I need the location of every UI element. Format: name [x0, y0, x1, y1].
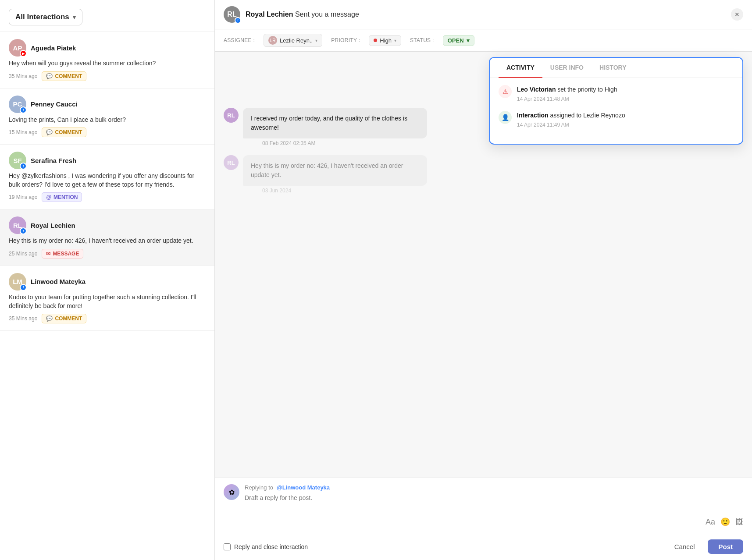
- activity-item: 👤 Interaction assigned to Lezlie Reynozo…: [499, 111, 734, 128]
- username: Royal Lechien: [31, 222, 75, 229]
- meta-bar: ASSIGNEE : LR Lezlie Reyn.. ▾ PRIORITY :…: [215, 29, 752, 52]
- interactions-list: AP ▶ Agueda Piatek Hey when will you guy…: [0, 32, 214, 560]
- tag-badge: 💬 COMMENT: [42, 128, 86, 137]
- interaction-message: Kudos to your team for putting together …: [9, 293, 206, 310]
- chevron-down-icon: ▾: [467, 37, 470, 44]
- username: Agueda Piatek: [31, 44, 76, 52]
- list-item[interactable]: AP ▶ Agueda Piatek Hey when will you guy…: [0, 32, 214, 89]
- list-item[interactable]: LM f Linwood Mateyka Kudos to your team …: [0, 266, 214, 331]
- message-text: I received my order today, and the quali…: [243, 108, 427, 138]
- reply-mention: @Linwood Mateyka: [277, 484, 330, 491]
- cancel-button[interactable]: Cancel: [666, 539, 704, 554]
- interaction-meta: 15 Mins ago 💬 COMMENT: [9, 128, 206, 137]
- reply-brand-icon: ✿: [224, 484, 239, 500]
- tab-history[interactable]: HISTORY: [592, 58, 634, 78]
- activity-content: ⚠ Leo Victorian set the priority to High…: [490, 78, 742, 144]
- avatar: SF f: [9, 152, 26, 169]
- message-avatar: RL: [224, 108, 239, 123]
- time-label: 35 Mins ago: [9, 73, 37, 79]
- comment-icon: 💬: [46, 129, 53, 135]
- message-text: Hey this is my order no: 426, I haven't …: [243, 155, 427, 186]
- status-label: STATUS :: [410, 37, 434, 43]
- interaction-message: Hey @zylkerfashions , I was wondering if…: [9, 172, 206, 189]
- assignee-selector[interactable]: LR Lezlie Reyn.. ▾: [264, 34, 322, 47]
- post-button[interactable]: Post: [708, 539, 743, 554]
- activity-text: Interaction assigned to Lezlie Reynozo: [517, 111, 625, 120]
- activity-time: 14 Apr 2024 11:48 AM: [517, 96, 617, 102]
- interaction-message: Hey this is my order no: 426, I haven't …: [9, 237, 206, 245]
- reply-to-line: Replying to @Linwood Mateyka: [245, 484, 743, 491]
- right-header: RL f Royal Lechien Sent you a message ✕: [215, 0, 752, 29]
- activity-details: Leo Victorian set the priority to High 1…: [517, 85, 617, 102]
- image-icon[interactable]: 🖼: [735, 517, 743, 527]
- conversation-title: Royal Lechien Sent you a message: [246, 11, 359, 18]
- status-selector[interactable]: OPEN ▾: [443, 35, 474, 46]
- assignee-avatar: LR: [268, 36, 277, 45]
- message-time: 03 Jun 2024: [243, 188, 427, 194]
- username: Penney Caucci: [31, 100, 78, 108]
- chevron-down-icon: ▾: [394, 38, 396, 43]
- tab-user-info[interactable]: USER INFO: [542, 58, 592, 78]
- interaction-user: LM f Linwood Mateyka: [9, 273, 206, 291]
- activity-time: 14 Apr 2024 11:49 AM: [517, 122, 625, 128]
- facebook-badge: f: [20, 163, 27, 170]
- list-item[interactable]: RL f Royal Lechien Hey this is my order …: [0, 209, 214, 266]
- activity-panel: ACTIVITY USER INFO HISTORY ⚠ Leo Victori…: [489, 57, 743, 145]
- chevron-down-icon: ▾: [73, 14, 76, 21]
- username: Linwood Mateyka: [31, 278, 86, 285]
- avatar: RL f: [9, 216, 26, 234]
- message-icon: ✉: [46, 251, 50, 257]
- activity-tabs: ACTIVITY USER INFO HISTORY: [490, 58, 742, 78]
- reply-tools: Aa 🙂 🖼: [245, 517, 743, 527]
- interaction-meta: 19 Mins ago @ MENTION: [9, 192, 206, 202]
- right-panel: RL f Royal Lechien Sent you a message ✕ …: [215, 0, 752, 560]
- tag-badge: @ MENTION: [42, 192, 82, 202]
- youtube-badge: ▶: [20, 50, 27, 57]
- time-label: 25 Mins ago: [9, 251, 37, 257]
- message-avatar: RL: [224, 155, 239, 170]
- facebook-badge: f: [20, 227, 27, 234]
- message-in: RL Hey this is my order no: 426, I haven…: [224, 155, 743, 194]
- assign-icon: 👤: [499, 111, 512, 124]
- reply-close-label[interactable]: Reply and close interaction: [224, 543, 308, 550]
- interaction-message: Loving the prints, Can I place a bulk or…: [9, 116, 206, 124]
- all-interactions-button[interactable]: All Interactions ▾: [9, 9, 82, 25]
- close-button[interactable]: ✕: [731, 8, 743, 21]
- avatar: PC f: [9, 96, 26, 113]
- tag-badge: ✉ MESSAGE: [42, 249, 83, 259]
- interaction-user: PC f Penney Caucci: [9, 96, 206, 113]
- message-time: 08 Feb 2024 02:35 AM: [243, 140, 427, 146]
- time-label: 15 Mins ago: [9, 129, 37, 135]
- interaction-meta: 35 Mins ago 💬 COMMENT: [9, 71, 206, 81]
- priority-label: PRIORITY :: [331, 37, 360, 43]
- format-icon[interactable]: Aa: [706, 517, 715, 527]
- time-label: 19 Mins ago: [9, 194, 37, 200]
- list-item[interactable]: PC f Penney Caucci Loving the prints, Ca…: [0, 89, 214, 145]
- message-bubble-in: Hey this is my order no: 426, I haven't …: [243, 155, 427, 194]
- time-label: 35 Mins ago: [9, 315, 37, 322]
- bottom-bar: Reply and close interaction Cancel Post: [215, 533, 752, 560]
- activity-item: ⚠ Leo Victorian set the priority to High…: [499, 85, 734, 102]
- activity-details: Interaction assigned to Lezlie Reynozo 1…: [517, 111, 625, 128]
- avatar: LM f: [9, 273, 26, 291]
- priority-icon: ⚠: [499, 85, 512, 98]
- mention-icon: @: [46, 194, 51, 200]
- list-item[interactable]: SF f Serafina Fresh Hey @zylkerfashions …: [0, 145, 214, 209]
- chevron-down-icon: ▾: [315, 38, 317, 43]
- emoji-icon[interactable]: 🙂: [720, 517, 730, 527]
- avatar: AP ▶: [9, 39, 26, 57]
- reply-close-checkbox[interactable]: [224, 543, 231, 550]
- interaction-meta: 35 Mins ago 💬 COMMENT: [9, 314, 206, 323]
- comment-icon: 💬: [46, 315, 53, 322]
- interaction-user: RL f Royal Lechien: [9, 216, 206, 234]
- facebook-badge: f: [20, 106, 27, 113]
- interaction-user: AP ▶ Agueda Piatek: [9, 39, 206, 57]
- interaction-message: Hey when will you guys reveal the summer…: [9, 59, 206, 68]
- tag-badge: 💬 COMMENT: [42, 71, 86, 81]
- interaction-meta: 25 Mins ago ✉ MESSAGE: [9, 249, 206, 259]
- tab-activity[interactable]: ACTIVITY: [499, 58, 542, 78]
- comment-icon: 💬: [46, 73, 53, 79]
- conversation-avatar: RL f: [224, 6, 240, 23]
- priority-selector[interactable]: High ▾: [369, 35, 401, 46]
- reply-input[interactable]: [245, 494, 324, 512]
